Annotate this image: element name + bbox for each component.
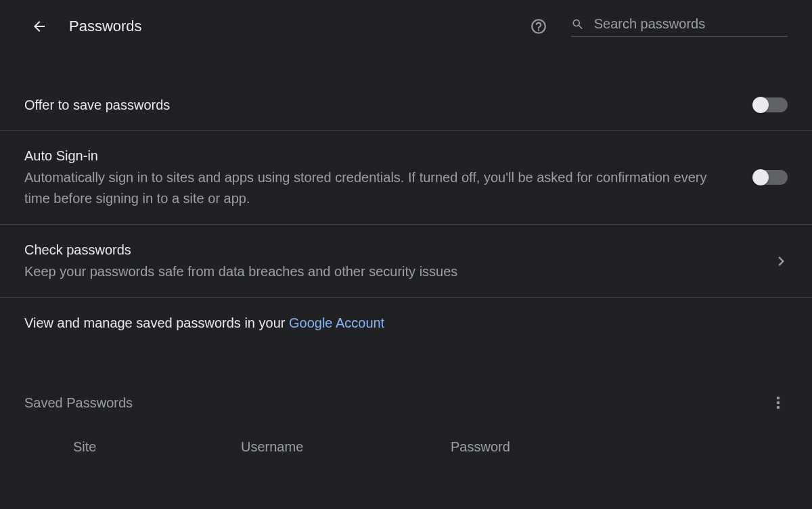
google-account-link[interactable]: Google Account [289, 315, 384, 330]
saved-passwords-more-button[interactable] [769, 389, 788, 416]
svg-point-1 [777, 401, 780, 404]
page-title: Passwords [69, 18, 142, 35]
back-button[interactable] [30, 17, 49, 36]
auto-signin-toggle[interactable] [754, 170, 788, 185]
help-button[interactable] [529, 17, 548, 36]
search-input[interactable] [594, 16, 788, 32]
svg-point-0 [777, 397, 780, 399]
chevron-right-icon [775, 255, 788, 267]
auto-signin-desc: Automatically sign in to sites and apps … [24, 167, 727, 209]
saved-passwords-table-header: Site Username Password [0, 422, 812, 455]
auto-signin-row[interactable]: Auto Sign-in Automatically sign in to si… [0, 130, 812, 224]
search-field-wrap[interactable] [571, 16, 788, 37]
manage-passwords-row: View and manage saved passwords in your … [0, 297, 812, 349]
offer-save-passwords-row[interactable]: Offer to save passwords [0, 80, 812, 130]
saved-passwords-heading: Saved Passwords [24, 395, 769, 411]
column-username: Username [241, 439, 451, 455]
arrow-left-icon [31, 18, 47, 35]
check-passwords-row[interactable]: Check passwords Keep your passwords safe… [0, 224, 812, 297]
column-site: Site [24, 439, 241, 455]
help-icon [530, 18, 547, 35]
search-icon [571, 17, 585, 32]
offer-save-toggle[interactable] [754, 97, 788, 112]
column-password: Password [451, 439, 788, 455]
manage-prefix: View and manage saved passwords in your [24, 315, 289, 330]
more-vert-icon [776, 395, 780, 411]
check-passwords-title: Check passwords [24, 240, 748, 260]
offer-save-title: Offer to save passwords [24, 95, 727, 115]
check-passwords-desc: Keep your passwords safe from data breac… [24, 261, 748, 282]
svg-point-2 [777, 406, 780, 409]
auto-signin-title: Auto Sign-in [24, 146, 727, 166]
